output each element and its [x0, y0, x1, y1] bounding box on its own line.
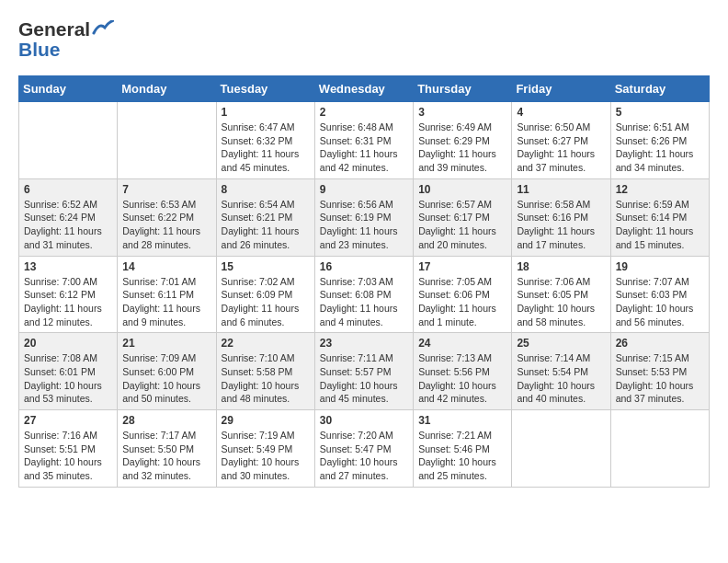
calendar-cell: 26Sunrise: 7:15 AM Sunset: 5:53 PM Dayli… [610, 333, 709, 410]
calendar-cell: 3Sunrise: 6:49 AM Sunset: 6:29 PM Daylig… [414, 102, 512, 179]
calendar-cell: 20Sunrise: 7:08 AM Sunset: 6:01 PM Dayli… [19, 333, 118, 410]
day-info: Sunrise: 7:01 AM Sunset: 6:11 PM Dayligh… [122, 275, 210, 329]
day-info: Sunrise: 6:47 AM Sunset: 6:32 PM Dayligh… [222, 121, 310, 175]
logo-blue-text: Blue [18, 39, 61, 61]
day-info: Sunrise: 6:49 AM Sunset: 6:29 PM Dayligh… [418, 121, 506, 175]
day-number: 11 [517, 183, 605, 196]
day-info: Sunrise: 6:50 AM Sunset: 6:27 PM Dayligh… [517, 121, 605, 175]
day-number: 16 [320, 260, 408, 273]
calendar-cell [19, 102, 118, 179]
week-row-3: 13Sunrise: 7:00 AM Sunset: 6:12 PM Dayli… [19, 256, 710, 333]
day-number: 10 [418, 183, 506, 196]
calendar-cell: 13Sunrise: 7:00 AM Sunset: 6:12 PM Dayli… [19, 256, 118, 333]
calendar-cell: 27Sunrise: 7:16 AM Sunset: 5:51 PM Dayli… [19, 410, 118, 488]
calendar-cell: 19Sunrise: 7:07 AM Sunset: 6:03 PM Dayli… [610, 256, 709, 333]
day-number: 26 [616, 337, 704, 350]
calendar-cell: 23Sunrise: 7:11 AM Sunset: 5:57 PM Dayli… [314, 333, 413, 410]
day-info: Sunrise: 7:21 AM Sunset: 5:46 PM Dayligh… [418, 429, 506, 483]
day-info: Sunrise: 7:16 AM Sunset: 5:51 PM Dayligh… [24, 429, 112, 483]
day-info: Sunrise: 7:20 AM Sunset: 5:47 PM Dayligh… [320, 429, 408, 483]
calendar-cell: 22Sunrise: 7:10 AM Sunset: 5:58 PM Dayli… [216, 333, 314, 410]
day-header-monday: Monday [118, 76, 216, 102]
day-number: 7 [122, 183, 210, 196]
day-info: Sunrise: 7:03 AM Sunset: 6:08 PM Dayligh… [320, 275, 408, 329]
day-info: Sunrise: 7:13 AM Sunset: 5:56 PM Dayligh… [418, 351, 506, 406]
day-number: 31 [418, 414, 506, 427]
week-row-2: 6Sunrise: 6:52 AM Sunset: 6:24 PM Daylig… [19, 178, 710, 256]
day-number: 18 [517, 260, 605, 273]
day-info: Sunrise: 6:54 AM Sunset: 6:21 PM Dayligh… [222, 198, 310, 252]
calendar-cell: 12Sunrise: 6:59 AM Sunset: 6:14 PM Dayli… [610, 178, 709, 256]
calendar-cell: 5Sunrise: 6:51 AM Sunset: 6:26 PM Daylig… [610, 102, 709, 179]
day-info: Sunrise: 7:05 AM Sunset: 6:06 PM Dayligh… [418, 275, 506, 329]
day-number: 25 [517, 337, 605, 350]
day-info: Sunrise: 7:06 AM Sunset: 6:05 PM Dayligh… [517, 275, 605, 329]
calendar-cell: 16Sunrise: 7:03 AM Sunset: 6:08 PM Dayli… [314, 256, 413, 333]
day-info: Sunrise: 7:02 AM Sunset: 6:09 PM Dayligh… [222, 275, 310, 329]
day-number: 4 [517, 106, 605, 119]
day-number: 14 [122, 260, 210, 273]
day-number: 13 [24, 260, 112, 273]
week-row-1: 1Sunrise: 6:47 AM Sunset: 6:32 PM Daylig… [19, 102, 710, 179]
day-number: 6 [24, 183, 112, 196]
page-header: General Blue [18, 18, 710, 61]
day-number: 12 [616, 183, 704, 196]
day-info: Sunrise: 7:10 AM Sunset: 5:58 PM Dayligh… [222, 351, 310, 406]
calendar-cell: 17Sunrise: 7:05 AM Sunset: 6:06 PM Dayli… [414, 256, 512, 333]
calendar-cell: 9Sunrise: 6:56 AM Sunset: 6:19 PM Daylig… [314, 178, 413, 256]
calendar-cell: 18Sunrise: 7:06 AM Sunset: 6:05 PM Dayli… [512, 256, 610, 333]
day-header-tuesday: Tuesday [216, 76, 314, 102]
day-info: Sunrise: 7:15 AM Sunset: 5:53 PM Dayligh… [616, 351, 704, 406]
day-number: 28 [122, 414, 210, 427]
day-number: 19 [616, 260, 704, 273]
logo-general-text: General [18, 18, 90, 40]
calendar-header-row: SundayMondayTuesdayWednesdayThursdayFrid… [19, 76, 710, 102]
calendar-cell: 10Sunrise: 6:57 AM Sunset: 6:17 PM Dayli… [414, 178, 512, 256]
day-number: 21 [122, 337, 210, 350]
day-info: Sunrise: 6:53 AM Sunset: 6:22 PM Dayligh… [122, 198, 210, 252]
day-number: 9 [320, 183, 408, 196]
logo-wave-icon [92, 20, 114, 37]
day-info: Sunrise: 6:59 AM Sunset: 6:14 PM Dayligh… [616, 198, 704, 252]
day-info: Sunrise: 6:48 AM Sunset: 6:31 PM Dayligh… [320, 121, 408, 175]
day-info: Sunrise: 7:14 AM Sunset: 5:54 PM Dayligh… [517, 351, 605, 406]
day-number: 15 [222, 260, 310, 273]
day-info: Sunrise: 7:07 AM Sunset: 6:03 PM Dayligh… [616, 275, 704, 329]
week-row-5: 27Sunrise: 7:16 AM Sunset: 5:51 PM Dayli… [19, 410, 710, 488]
day-number: 22 [222, 337, 310, 350]
day-header-saturday: Saturday [610, 76, 709, 102]
calendar-cell: 14Sunrise: 7:01 AM Sunset: 6:11 PM Dayli… [118, 256, 216, 333]
calendar-cell: 25Sunrise: 7:14 AM Sunset: 5:54 PM Dayli… [512, 333, 610, 410]
calendar-cell: 2Sunrise: 6:48 AM Sunset: 6:31 PM Daylig… [314, 102, 413, 179]
day-header-friday: Friday [512, 76, 610, 102]
calendar-cell: 6Sunrise: 6:52 AM Sunset: 6:24 PM Daylig… [19, 178, 118, 256]
calendar-cell: 29Sunrise: 7:19 AM Sunset: 5:49 PM Dayli… [216, 410, 314, 488]
day-info: Sunrise: 7:00 AM Sunset: 6:12 PM Dayligh… [24, 275, 112, 329]
day-info: Sunrise: 6:57 AM Sunset: 6:17 PM Dayligh… [418, 198, 506, 252]
week-row-4: 20Sunrise: 7:08 AM Sunset: 6:01 PM Dayli… [19, 333, 710, 410]
day-number: 29 [222, 414, 310, 427]
logo: General Blue [18, 18, 114, 61]
day-info: Sunrise: 6:58 AM Sunset: 6:16 PM Dayligh… [517, 198, 605, 252]
day-number: 17 [418, 260, 506, 273]
calendar-cell: 15Sunrise: 7:02 AM Sunset: 6:09 PM Dayli… [216, 256, 314, 333]
calendar-cell: 4Sunrise: 6:50 AM Sunset: 6:27 PM Daylig… [512, 102, 610, 179]
day-header-sunday: Sunday [19, 76, 118, 102]
day-number: 3 [418, 106, 506, 119]
calendar-cell: 1Sunrise: 6:47 AM Sunset: 6:32 PM Daylig… [216, 102, 314, 179]
calendar-cell: 8Sunrise: 6:54 AM Sunset: 6:21 PM Daylig… [216, 178, 314, 256]
day-number: 1 [222, 106, 310, 119]
day-number: 20 [24, 337, 112, 350]
day-number: 8 [222, 183, 310, 196]
day-header-wednesday: Wednesday [314, 76, 413, 102]
calendar-cell: 24Sunrise: 7:13 AM Sunset: 5:56 PM Dayli… [414, 333, 512, 410]
calendar-cell: 30Sunrise: 7:20 AM Sunset: 5:47 PM Dayli… [314, 410, 413, 488]
calendar-cell: 31Sunrise: 7:21 AM Sunset: 5:46 PM Dayli… [414, 410, 512, 488]
calendar-cell: 28Sunrise: 7:17 AM Sunset: 5:50 PM Dayli… [118, 410, 216, 488]
day-info: Sunrise: 7:08 AM Sunset: 6:01 PM Dayligh… [24, 351, 112, 406]
calendar-cell [118, 102, 216, 179]
day-header-thursday: Thursday [414, 76, 512, 102]
day-number: 30 [320, 414, 408, 427]
day-number: 23 [320, 337, 408, 350]
day-info: Sunrise: 7:19 AM Sunset: 5:49 PM Dayligh… [222, 429, 310, 483]
